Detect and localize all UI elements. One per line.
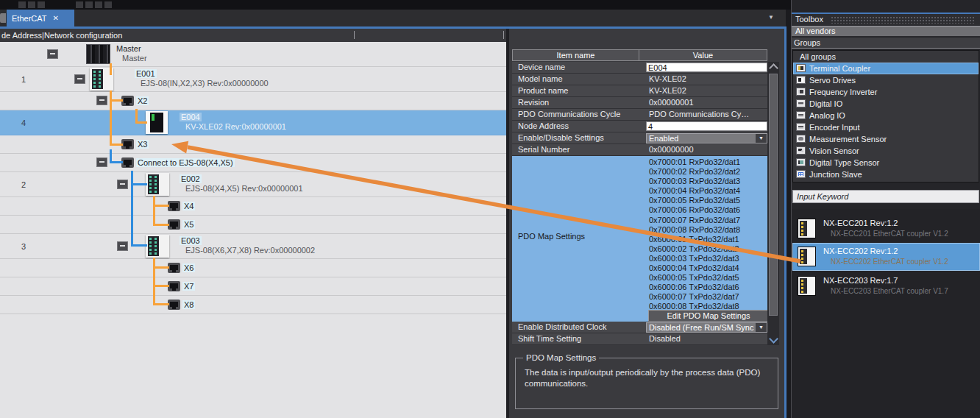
tree-connector bbox=[153, 303, 169, 305]
tree-row-x4[interactable]: X4 bbox=[0, 197, 506, 216]
tree-row-x6[interactable]: X6 bbox=[0, 259, 506, 277]
group-item-terminal-coupler[interactable]: Terminal Coupler bbox=[793, 63, 979, 74]
collapse-icon[interactable] bbox=[74, 74, 85, 84]
node-address: 2 bbox=[0, 180, 47, 189]
prop-row-enable-disable: Enable/Disable Settings Enabled▼ bbox=[512, 132, 767, 144]
group-item-digital-io[interactable]: Digital IO bbox=[793, 98, 979, 110]
vendor-filter-dropdown[interactable]: All vendors bbox=[792, 26, 980, 37]
device-item-nx-ecc202-selected[interactable]: NX-ECC202 Rev:1.2 NX-ECC202 EtherCAT cou… bbox=[792, 243, 980, 271]
row-sublabel: EJS-08(X4,X5) Rev:0x00000001 bbox=[185, 184, 303, 193]
kv-xle02-device-icon bbox=[146, 111, 168, 134]
ejs-slave-icon bbox=[146, 235, 169, 258]
pdo-map-settings-cell[interactable]: PDO Map Settings 0x7000:01 RxPdo32/dat1 … bbox=[512, 156, 767, 322]
pdo-map-entries: 0x7000:01 RxPdo32/dat1 0x7000:02 RxPdo32… bbox=[649, 157, 740, 312]
tree-row-x5[interactable]: X5 bbox=[0, 216, 506, 234]
keyword-search-input[interactable] bbox=[792, 190, 979, 203]
group-label: Digital IO bbox=[809, 99, 842, 108]
device-item-nx-ecc201[interactable]: NX-ECC201 Rev:1.2 NX-ECC201 EtherCAT cou… bbox=[792, 215, 980, 243]
active-document-accent bbox=[784, 26, 787, 418]
tree-row-master[interactable]: Master Master bbox=[0, 42, 506, 67]
tree-column-header: de Address|Network configuration bbox=[0, 29, 506, 42]
dropdown-value: Disabled (Free Run/SM Sync bbox=[649, 323, 753, 332]
tree-row-e002[interactable]: 2 E002 EJS-08(X4,X5) Rev:0x00000001 bbox=[0, 172, 506, 197]
collapse-icon[interactable] bbox=[47, 49, 58, 59]
ethercat-coupler-icon bbox=[798, 247, 816, 266]
device-name-input[interactable] bbox=[646, 63, 767, 72]
device-item-nx-ecc203[interactable]: NX-ECC203 Rev:1.7 NX-ECC203 EtherCAT cou… bbox=[792, 272, 980, 300]
distributed-clock-dropdown[interactable]: Disabled (Free Run/SM Sync▼ bbox=[646, 322, 767, 333]
tree-row-x3[interactable]: X3 bbox=[0, 135, 506, 154]
tree-connector bbox=[110, 161, 123, 163]
enable-disable-dropdown[interactable]: Enabled▼ bbox=[646, 133, 767, 144]
prop-value: 0x00000001 bbox=[649, 97, 694, 108]
group-item-vision-sensor[interactable]: Vision Sensor bbox=[793, 145, 979, 157]
column-splitter[interactable] bbox=[354, 31, 355, 39]
prop-row-device-name: Device name bbox=[512, 62, 767, 74]
prop-label: PDO Map Settings bbox=[518, 232, 585, 241]
tree-row-x8[interactable]: X8 bbox=[0, 296, 506, 314]
prop-row-model-name: Model name KV-XLE02 bbox=[512, 74, 767, 85]
scroll-down-icon[interactable] bbox=[769, 334, 778, 344]
junction-slave-icon bbox=[796, 170, 806, 178]
group-item-measurement-sensor[interactable]: Measurement Sensor bbox=[793, 133, 979, 145]
device-tree: Master Master 1 E001 EJS-08(IN,X2,X3) Re… bbox=[0, 42, 506, 314]
group-label: Encoder Input bbox=[809, 123, 860, 132]
group-item-junction-slave[interactable]: Junction Slave bbox=[793, 169, 979, 180]
column-splitter[interactable] bbox=[503, 31, 504, 39]
group-item-encoder-input[interactable]: Encoder Input bbox=[793, 121, 979, 133]
tab-list-caret-icon[interactable]: ▼ bbox=[768, 14, 774, 21]
property-description-box: PDO Map Settings The data is input/outpu… bbox=[515, 358, 778, 409]
tree-row-e003[interactable]: 3 E003 EJS-08(X6,X7,X8) Rev:0x00000002 bbox=[0, 234, 506, 259]
port-icon bbox=[168, 263, 180, 273]
tree-row-e001[interactable]: 1 E001 EJS-08(IN,X2,X3) Rev:0x00000000 bbox=[0, 67, 506, 92]
tree-row-x2[interactable]: X2 bbox=[0, 92, 506, 110]
collapse-icon[interactable] bbox=[96, 96, 107, 105]
scrollbar-thumb[interactable] bbox=[769, 74, 778, 316]
ethercat-coupler-icon bbox=[798, 219, 816, 238]
ethercat-coupler-icon bbox=[798, 276, 816, 296]
row-label: X2 bbox=[136, 96, 149, 105]
node-address-input[interactable] bbox=[646, 121, 767, 131]
tree-connector bbox=[131, 183, 147, 185]
prop-label: PDO Communications Cycle bbox=[518, 109, 620, 120]
port-icon bbox=[121, 96, 134, 106]
tab-close-icon[interactable]: ✕ bbox=[52, 14, 58, 22]
chevron-down-icon[interactable]: ▼ bbox=[756, 323, 767, 332]
device-name: NX-ECC201 Rev:1.2 bbox=[823, 219, 898, 227]
group-item-frequency-inverter[interactable]: Frequency Inverter bbox=[793, 86, 979, 98]
prop-row-distributed-clock: Enable Distributed Clock Disabled (Free … bbox=[512, 322, 767, 333]
group-item-servo-drives[interactable]: Servo Drives bbox=[793, 74, 979, 86]
port-icon bbox=[168, 219, 180, 230]
device-description: NX-ECC201 EtherCAT coupler V1.2 bbox=[831, 230, 948, 238]
group-label: Terminal Coupler bbox=[809, 64, 870, 73]
collapse-icon[interactable] bbox=[117, 241, 128, 251]
row-label: Master bbox=[116, 44, 141, 53]
column-header-item: Item name bbox=[512, 49, 639, 61]
encoder-input-icon bbox=[796, 123, 806, 131]
prop-label: Enable Distributed Clock bbox=[518, 322, 606, 333]
group-label: Servo Drives bbox=[809, 76, 856, 85]
tree-connector bbox=[110, 63, 112, 75]
row-label: X3 bbox=[136, 140, 149, 149]
chevron-down-icon[interactable]: ▼ bbox=[756, 134, 767, 143]
prop-row-product-name: Product name KV-XLE02 bbox=[512, 85, 767, 97]
collapse-icon[interactable] bbox=[117, 180, 128, 189]
prop-label: Enable/Disable Settings bbox=[518, 132, 604, 144]
collapse-icon[interactable] bbox=[96, 157, 107, 167]
group-item-digital-type-sensor[interactable]: Digital Type Sensor bbox=[793, 157, 979, 169]
tree-row-x7[interactable]: X7 bbox=[0, 277, 506, 296]
group-item-all-groups[interactable]: All groups bbox=[793, 51, 979, 63]
row-sublabel: EJS-08(X6,X7,X8) Rev:0x00000002 bbox=[185, 246, 315, 255]
edit-pdo-map-settings-button[interactable]: Edit PDO Map Settings bbox=[648, 310, 769, 322]
tree-row-connect[interactable]: Connect to EJS-08(X4,X5) bbox=[0, 154, 506, 172]
tab-label: EtherCAT bbox=[12, 14, 46, 23]
scroll-up-icon[interactable] bbox=[769, 63, 778, 73]
tab-ethercat[interactable]: EtherCAT ✕ bbox=[7, 10, 74, 26]
tab-bar: EtherCAT ✕ ▼ bbox=[0, 10, 786, 26]
tree-row-e004-selected[interactable]: 4 E004 KV-XLE02 Rev:0x00000001 bbox=[0, 110, 506, 135]
group-item-analog-io[interactable]: Analog IO bbox=[793, 110, 979, 121]
row-label: X4 bbox=[182, 202, 195, 210]
tree-connector bbox=[131, 171, 133, 247]
properties-scrollbar[interactable] bbox=[767, 62, 779, 345]
row-label: X8 bbox=[182, 300, 195, 309]
